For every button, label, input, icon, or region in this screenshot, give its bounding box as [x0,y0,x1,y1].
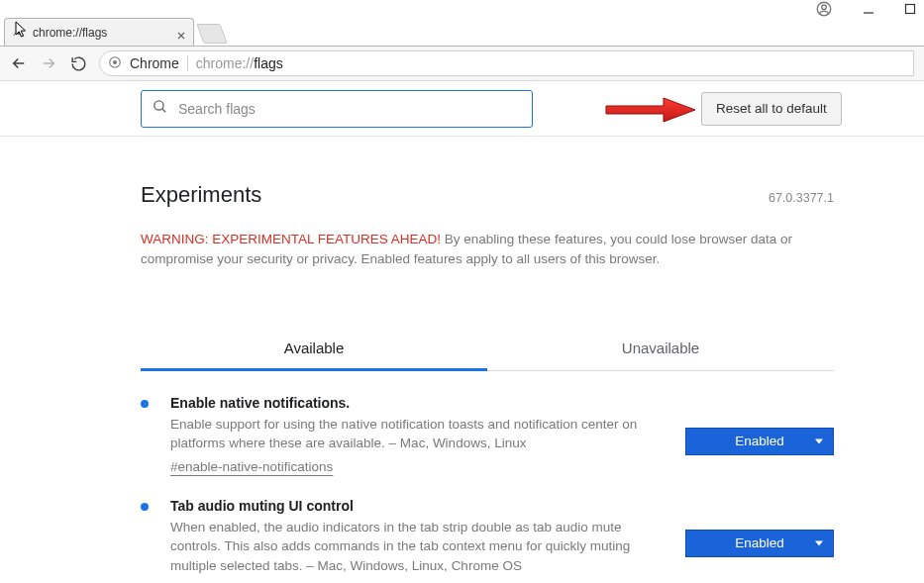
back-icon[interactable] [10,54,28,72]
page-title: Experiments [141,182,261,208]
search-icon [152,98,168,119]
address-divider [187,55,188,71]
flags-page: Reset all to default Experiments 67.0.33… [0,81,924,583]
svg-line-8 [162,109,165,112]
address-bar[interactable]: Chrome chrome://flags [99,50,914,76]
search-flags-input[interactable] [178,101,522,117]
new-tab-button[interactable] [196,24,227,44]
flag-row: Enable native notifications. Enable supp… [158,371,834,474]
flag-title: Enable native notifications. [170,395,646,411]
svg-point-1 [822,5,827,10]
browser-tab[interactable]: chrome://flags [4,18,194,46]
browser-toolbar: Chrome chrome://flags [0,46,924,81]
minimize-icon[interactable] [863,3,874,15]
address-url: chrome://flags [196,55,283,71]
flag-description: When enabled, the audio indicators in th… [170,518,646,576]
dropdown-caret-icon [815,438,823,443]
flag-state-select[interactable]: Enabled [685,428,834,455]
tab-available[interactable]: Available [141,328,487,370]
flags-content: Experiments 67.0.3377.1 WARNING: EXPERIM… [141,182,834,575]
flags-topbar: Reset all to default [0,81,924,137]
svg-point-6 [113,59,117,63]
close-tab-icon[interactable] [177,29,185,37]
flag-status-dot-icon [141,503,149,511]
flag-state-value: Enabled [735,434,784,448]
forward-icon [40,54,57,72]
tab-title: chrome://flags [33,26,171,40]
flag-status-dot-icon [141,400,149,408]
tab-unavailable[interactable]: Unavailable [487,328,834,370]
flag-row: Tab audio muting UI control When enabled… [158,474,834,576]
reset-all-button[interactable]: Reset all to default [701,92,842,126]
flag-state-value: Enabled [735,535,784,550]
flag-state-select[interactable]: Enabled [685,530,834,557]
flag-title: Tab audio muting UI control [170,498,646,514]
maximize-icon[interactable] [904,3,916,15]
chrome-lock-icon [108,55,122,72]
address-label: Chrome [130,55,179,71]
warning-text: WARNING: EXPERIMENTAL FEATURES AHEAD! By… [141,230,834,270]
search-flags-box[interactable] [141,90,533,128]
reload-icon[interactable] [69,54,87,72]
flags-list: Enable native notifications. Enable supp… [141,371,834,576]
account-icon[interactable] [815,0,833,18]
flag-description: Enable support for using the native noti… [170,415,646,453]
svg-rect-3 [906,5,915,14]
flag-hash-link[interactable]: #enable-native-notifications [170,459,646,474]
chrome-version: 67.0.3377.1 [769,191,834,205]
dropdown-caret-icon [815,540,823,545]
flags-favicon-icon [11,25,27,41]
window-titlebar [0,0,924,18]
svg-point-7 [154,101,163,110]
flags-tabs: Available Unavailable [141,328,834,371]
tab-strip: chrome://flags [0,18,924,46]
